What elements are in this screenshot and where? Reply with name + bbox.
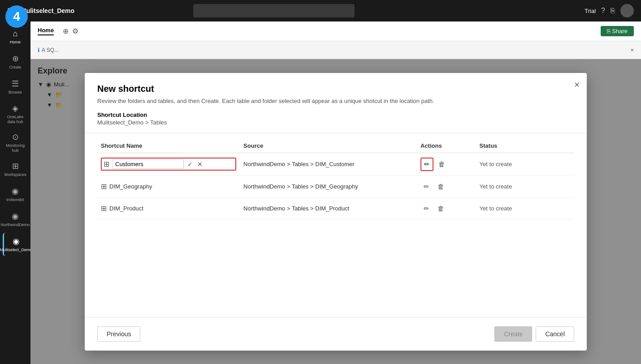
sidebar-item-trolsondxt[interactable]: ◉ trolsondxt xyxy=(3,183,28,206)
row2-name-cell: ⊞ DIM_Geography xyxy=(97,176,240,197)
modal-header: New shortcut Review the folders and tabl… xyxy=(85,73,587,133)
help-icon[interactable]: ? xyxy=(601,7,605,15)
row1-cancel-btn[interactable]: ✕ xyxy=(196,160,204,169)
row2-name-text: DIM_Geography xyxy=(109,183,152,190)
sidebar-item-browse[interactable]: ☰ Browse xyxy=(3,75,28,98)
sidebar-item-monitoring-label: Monitoring hub xyxy=(3,143,28,153)
row2-status: Yet to create xyxy=(476,176,574,197)
toolbar-info: ℹ A SQ... xyxy=(38,47,59,53)
step-badge: 4 xyxy=(5,5,28,28)
nav-right: Trial ? ⎘ xyxy=(585,4,634,17)
share-button[interactable]: ⎘ Share xyxy=(601,26,634,36)
content-body: Explore ▼◉Muli... ▼📁 ▼📁 New shortcut xyxy=(30,59,641,364)
shortcut-icon-3: ⊞ xyxy=(101,204,107,213)
row1-actions: ✏ 🗑 xyxy=(417,153,476,176)
trolsondxt-icon: ◉ xyxy=(12,186,19,196)
sidebar-item-northwinddemo[interactable]: ◉ NorthwindDemo xyxy=(3,208,28,231)
row3-edit-btn[interactable]: ✏ xyxy=(420,202,433,215)
row1-name-input[interactable] xyxy=(112,159,184,169)
app-body: ⌂ Home ⊕ Create ☰ Browse ◈ OneLake data … xyxy=(0,21,641,364)
modal-description: Review the folders and tables, and then … xyxy=(97,98,574,104)
avatar[interactable] xyxy=(620,4,634,17)
top-nav: ⊞ Mulitselect_Demo Trial ? ⎘ xyxy=(0,0,641,21)
sidebar-item-home-label: Home xyxy=(10,40,21,45)
sidebar-item-mulitselectdemo[interactable]: ◉ Mulitselect_Demo xyxy=(3,233,28,256)
modal-close-button[interactable]: × xyxy=(574,80,580,89)
header-icons: ⊕ ⚙ xyxy=(63,27,78,35)
sidebar-item-workspaces-label: Workspaces xyxy=(4,172,26,177)
row2-actions: ✏ 🗑 xyxy=(417,176,476,197)
col-header-status: Status xyxy=(476,137,574,153)
trial-label: Trial xyxy=(585,8,596,14)
home-icon: ⌂ xyxy=(13,29,18,39)
footer-right: Create Cancel xyxy=(494,326,574,342)
sidebar-item-mulitselectdemo-label: Mulitselect_Demo xyxy=(0,248,32,253)
row1-confirm-btn[interactable]: ✓ xyxy=(186,160,194,169)
modal: New shortcut Review the folders and tabl… xyxy=(85,73,587,351)
row1-status: Yet to create xyxy=(476,153,574,176)
previous-button[interactable]: Previous xyxy=(97,326,140,342)
create-icon: ⊕ xyxy=(12,54,19,64)
sidebar-item-create[interactable]: ⊕ Create xyxy=(3,50,28,73)
tab-home[interactable]: Home xyxy=(38,27,54,35)
shortcut-location-label: Shortcut Location xyxy=(97,111,574,118)
shortcut-table: Shortcut Name Source Actions Status xyxy=(97,137,574,220)
row1-name-edit-wrapper: ⊞ ✓ ✕ xyxy=(101,158,236,171)
sidebar-item-onelake-label: OneLake data hub xyxy=(3,115,28,124)
row1-delete-btn[interactable]: 🗑 xyxy=(435,158,448,170)
sidebar-item-create-label: Create xyxy=(9,65,21,70)
workspaces-icon: ⊞ xyxy=(12,161,19,171)
row2-name-normal: ⊞ DIM_Geography xyxy=(101,182,236,191)
row3-source: NorthwindDemo > Tables > DIM_Product xyxy=(240,197,417,219)
row2-source: NorthwindDemo > Tables > DIM_Geography xyxy=(240,176,417,197)
table-row: ⊞ DIM_Product NorthwindDemo > Tables > D… xyxy=(97,197,574,219)
sidebar-item-monitoring[interactable]: ⊙ Monitoring hub xyxy=(3,129,28,156)
sidebar-item-workspaces[interactable]: ⊞ Workspaces xyxy=(3,158,28,181)
row1-source: NorthwindDemo > Tables > DIM_Customer xyxy=(240,153,417,176)
new-tab-icon[interactable]: ⊕ xyxy=(63,27,69,35)
row3-status: Yet to create xyxy=(476,197,574,219)
sidebar-item-home[interactable]: ⌂ Home xyxy=(3,25,28,48)
content-header: Home ⊕ ⚙ ⎘ Share xyxy=(30,21,641,41)
create-button: Create xyxy=(494,326,532,342)
shortcut-location-path: Mulitselect_Demo > Tables xyxy=(97,119,574,126)
settings-icon[interactable]: ⚙ xyxy=(72,27,78,35)
row3-actions: ✏ 🗑 xyxy=(417,197,476,219)
row3-delete-btn[interactable]: 🗑 xyxy=(434,202,447,214)
northwinddemo-icon: ◉ xyxy=(12,211,19,221)
share-icon[interactable]: ⎘ xyxy=(611,7,615,15)
table-row: ⊞ ✓ ✕ NorthwindDemo > Tables > DIM_Custo… xyxy=(97,153,574,176)
row2-edit-btn[interactable]: ✏ xyxy=(420,180,433,193)
mulitselectdemo-icon: ◉ xyxy=(13,236,20,246)
table-row: ⊞ DIM_Geography NorthwindDemo > Tables >… xyxy=(97,176,574,197)
content-toolbar: ℹ A SQ... × xyxy=(30,41,641,59)
modal-footer: Previous Create Cancel xyxy=(85,317,587,351)
cancel-button[interactable]: Cancel xyxy=(536,326,574,342)
row1-name-cell: ⊞ ✓ ✕ xyxy=(97,153,240,176)
row2-delete-btn[interactable]: 🗑 xyxy=(434,180,447,193)
modal-body: Shortcut Name Source Actions Status xyxy=(85,133,587,317)
sidebar-item-trolsondxt-label: trolsondxt xyxy=(6,197,24,202)
app-title: Mulitselect_Demo xyxy=(21,7,74,14)
col-header-actions: Actions xyxy=(417,137,476,153)
main-content: Home ⊕ ⚙ ⎘ Share ℹ A SQ... × Explore xyxy=(30,21,641,364)
shortcut-icon-2: ⊞ xyxy=(101,182,107,191)
browse-icon: ☰ xyxy=(12,79,19,89)
sidebar: ⌂ Home ⊕ Create ☰ Browse ◈ OneLake data … xyxy=(0,21,30,364)
search-bar[interactable] xyxy=(193,4,355,17)
shortcut-icon-1: ⊞ xyxy=(104,160,109,168)
app-container: ⊞ Mulitselect_Demo Trial ? ⎘ ⌂ Home ⊕ Cr… xyxy=(0,0,641,364)
sidebar-item-browse-label: Browse xyxy=(9,90,22,95)
modal-title: New shortcut xyxy=(97,84,574,94)
col-header-source: Source xyxy=(240,137,417,153)
close-toolbar-btn[interactable]: × xyxy=(630,47,634,53)
row1-edit-btn[interactable]: ✏ xyxy=(420,158,433,171)
col-header-name: Shortcut Name xyxy=(97,137,240,153)
onelake-icon: ◈ xyxy=(12,103,18,113)
monitoring-icon: ⊙ xyxy=(12,132,19,142)
row3-name-text: DIM_Product xyxy=(109,205,143,212)
sidebar-item-onelake[interactable]: ◈ OneLake data hub xyxy=(3,100,28,127)
row3-name-normal: ⊞ DIM_Product xyxy=(101,204,236,213)
sidebar-item-northwinddemo-label: NorthwindDemo xyxy=(1,223,30,227)
modal-overlay: New shortcut Review the folders and tabl… xyxy=(30,59,641,364)
